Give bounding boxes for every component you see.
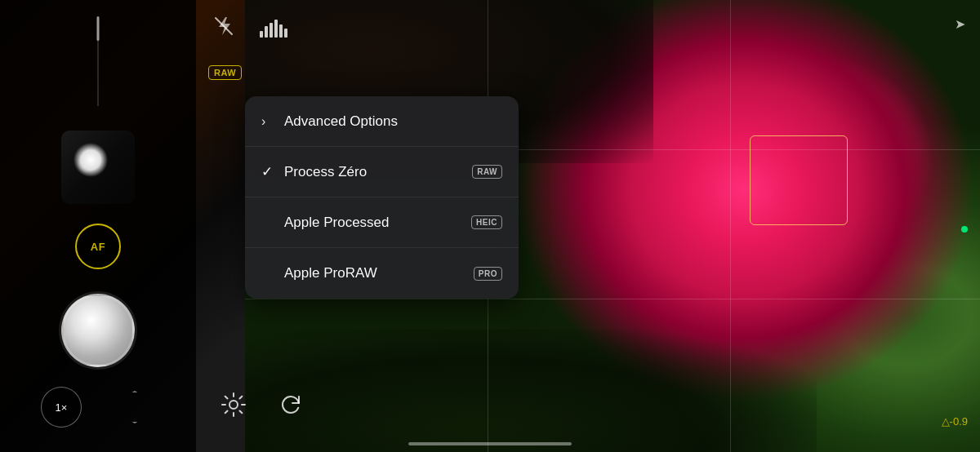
- zoom-button[interactable]: 1×: [41, 387, 82, 428]
- svg-point-1: [229, 401, 238, 409]
- rotate-icon[interactable]: [279, 392, 305, 423]
- process-zero-label: Process Zéro: [284, 164, 472, 180]
- hist-bar-4: [274, 20, 278, 38]
- photo-thumbnail[interactable]: [61, 131, 135, 204]
- exposure-track: [97, 41, 99, 106]
- process-zero-item[interactable]: ✓ Process Zéro RAW: [245, 147, 519, 197]
- af-button[interactable]: AF: [75, 224, 121, 269]
- hist-bar-6: [284, 29, 287, 38]
- format-dropdown-menu: › Advanced Options ✓ Process Zéro RAW Ap…: [245, 96, 519, 299]
- histogram-icon[interactable]: [260, 20, 287, 38]
- hist-bar-3: [270, 23, 273, 38]
- hist-bar-5: [279, 24, 283, 38]
- apple-proraw-badge: PRO: [474, 267, 502, 281]
- hist-bar-1: [260, 31, 263, 38]
- apple-processed-item[interactable]: Apple Processed HEIC: [245, 197, 519, 248]
- home-indicator: [408, 442, 572, 445]
- hex-shape-icon: [118, 391, 151, 423]
- hist-bar-2: [265, 26, 268, 38]
- process-zero-badge: RAW: [472, 165, 502, 179]
- left-sidebar: AF 1×: [0, 0, 196, 452]
- raw-badge[interactable]: RAW: [208, 65, 242, 80]
- camera-top-bar: [196, 0, 980, 57]
- apple-proraw-item[interactable]: Apple ProRAW PRO: [245, 248, 519, 299]
- ev-value: △-0.9: [942, 415, 968, 428]
- ev-indicator: △-0.9: [942, 415, 968, 428]
- flash-off-icon[interactable]: [212, 15, 235, 42]
- shutter-button[interactable]: [61, 294, 135, 367]
- settings-icon[interactable]: [220, 392, 247, 423]
- apple-processed-label: Apple Processed: [284, 215, 471, 231]
- checkmark-icon: ✓: [261, 163, 281, 180]
- bottom-controls: 1×: [41, 387, 155, 428]
- apple-proraw-label: Apple ProRAW: [284, 265, 474, 281]
- advanced-options-item[interactable]: › Advanced Options: [245, 96, 519, 147]
- camera-bottom-bar: [196, 392, 980, 423]
- chevron-right-icon: ›: [261, 114, 281, 129]
- focus-box: [750, 135, 848, 225]
- zoom-label: 1×: [56, 401, 68, 414]
- green-dot-indicator: [961, 226, 968, 233]
- apple-processed-badge: HEIC: [471, 215, 502, 229]
- hex-button[interactable]: [114, 387, 155, 428]
- exposure-indicator: [97, 16, 100, 41]
- advanced-options-label: Advanced Options: [284, 113, 502, 130]
- middle-controls: AF: [61, 224, 135, 367]
